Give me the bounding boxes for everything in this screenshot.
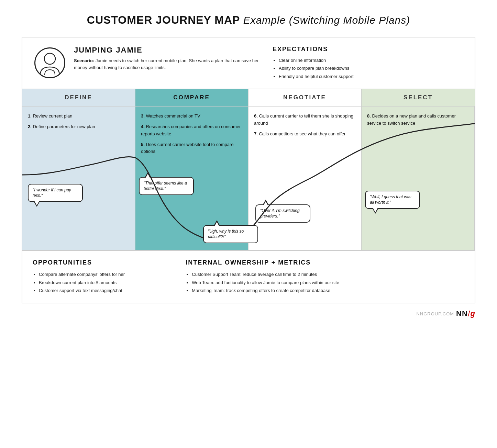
opportunity-item: Breakdown current plan into $ amounts [39, 279, 172, 287]
phase-header-define: DEFINE [22, 89, 135, 106]
phase-header-select: SELECT [362, 89, 475, 106]
branding-site: NNGROUP.COM [416, 311, 454, 316]
expectation-item: Ability to compare plan breakdowns [279, 64, 464, 72]
define-step-1: 1. Review current plan [28, 113, 129, 120]
compare-step-4: 4. Researches companies and offers on co… [141, 123, 242, 138]
opportunities-row: OPPORTUNITIES Compare alternate companys… [22, 251, 475, 303]
avatar-circle [34, 47, 65, 78]
expectations-title: EXPECTATIONS [273, 46, 464, 53]
persona-row: JUMPING JAMIE Scenario: Jamie needs to s… [22, 37, 475, 89]
persona-scenario: Scenario: Jamie needs to switch her curr… [74, 57, 266, 71]
expectations-section: EXPECTATIONS Clear online information Ab… [273, 46, 464, 80]
opportunities-title: OPPORTUNITIES [33, 259, 172, 266]
internal-title: INTERNAL OWNERSHIP + METRICS [186, 259, 464, 266]
svg-point-0 [44, 53, 55, 64]
negotiate-step-6: 6. Calls current carrier to tell them sh… [254, 113, 355, 127]
opportunity-item: Compare alternate companys' offers for h… [39, 270, 172, 278]
compare-step-3: 3. Watches commercial on TV [141, 113, 242, 120]
avatar [33, 46, 67, 80]
branding: NNGROUP.COM NN / g [22, 309, 475, 318]
internal-list: Customer Support Team: reduce average ca… [186, 270, 464, 294]
expectations-list: Clear online information Ability to comp… [273, 56, 464, 80]
negotiate-bubble: "Over it. I'm switching providers." [255, 204, 310, 223]
nn-g: g [471, 309, 475, 318]
define-step-2: 2. Define parameters for new plan [28, 123, 129, 131]
internal-section: INTERNAL OWNERSHIP + METRICS Customer Su… [186, 259, 464, 294]
nn-logo: NN / g [456, 309, 475, 318]
persona-name: JUMPING JAMIE [74, 46, 266, 55]
negotiate-step-7: 7. Calls competitors to see what they ca… [254, 131, 355, 138]
persona-info: JUMPING JAMIE Scenario: Jamie needs to s… [74, 46, 266, 71]
phase-header-negotiate: NEGOTIATE [248, 89, 362, 106]
select-step-8: 8. Decides on a new plan and calls custo… [367, 113, 468, 127]
phases-header: DEFINE COMPARE NEGOTIATE SELECT [22, 89, 475, 107]
phase-cell-select: 8. Decides on a new plan and calls custo… [362, 107, 475, 250]
title-italic: Example (Switching Mobile Plans) [243, 14, 410, 26]
phase-cell-compare: 3. Watches commercial on TV 4. Researche… [135, 107, 248, 250]
compare-bubble-2: "Ugh, why is this so difficult?!" [203, 225, 258, 244]
page-title: CUSTOMER JOURNEY MAP Example (Switching … [87, 14, 410, 26]
internal-item: Customer Support Team: reduce average ca… [192, 270, 464, 278]
internal-item: Web Team: add funtionality to allow Jami… [192, 279, 464, 287]
nn-slash: / [468, 309, 471, 318]
scenario-text: Jamie needs to switch her current mobile… [74, 58, 259, 70]
journey-content: 1. Review current plan 2. Define paramet… [22, 107, 475, 251]
main-frame: JUMPING JAMIE Scenario: Jamie needs to s… [22, 37, 475, 303]
nn-text: NN [456, 309, 468, 318]
select-bubble: "Well, I guess that was all worth it." [365, 191, 420, 209]
title-bold: CUSTOMER JOURNEY MAP [87, 14, 240, 26]
define-bubble: "I wonder if I can pay less." [28, 184, 83, 202]
expectation-item: Friendly and helpful customer support [279, 72, 464, 80]
opportunities-list: Compare alternate companys' offers for h… [33, 270, 172, 294]
compare-bubble-1: "That offer seems like a better deal." [139, 177, 194, 195]
opportunity-item: Customer support via text messaging/chat [39, 287, 172, 294]
opportunities-section: OPPORTUNITIES Compare alternate companys… [33, 259, 172, 294]
phase-cell-negotiate: 6. Calls current carrier to tell them sh… [248, 107, 362, 250]
phase-header-compare: COMPARE [135, 89, 248, 106]
avatar-svg [36, 49, 64, 77]
phase-cell-define: 1. Review current plan 2. Define paramet… [22, 107, 135, 250]
scenario-label: Scenario: [74, 58, 94, 63]
internal-item: Marketing Team: track competing offers t… [192, 287, 464, 294]
expectation-item: Clear online information [279, 56, 464, 64]
compare-step-5: 5. Uses current carrier website tool to … [141, 141, 242, 156]
